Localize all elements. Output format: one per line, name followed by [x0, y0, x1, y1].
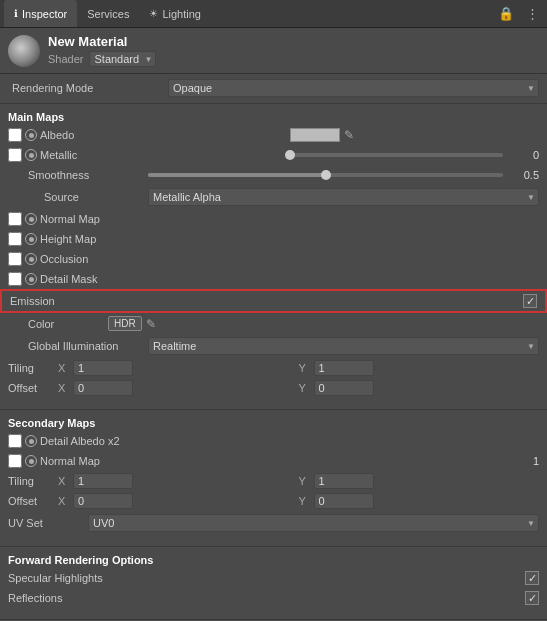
offset-y-letter: Y	[299, 382, 311, 394]
secondary-normal-map-row: Normal Map 1	[0, 451, 547, 471]
smoothness-row: Smoothness 0.5	[0, 165, 547, 185]
reflections-checkbox[interactable]: ✓	[525, 591, 539, 605]
global-illumination-label: Global Illumination	[28, 340, 148, 352]
albedo-label: Albedo	[40, 129, 290, 141]
albedo-color-box[interactable]	[290, 128, 340, 142]
secondary-offset-y-letter: Y	[299, 495, 311, 507]
secondary-normal-map-checkbox[interactable]	[8, 454, 22, 468]
source-row: Source Metallic Alpha	[0, 185, 547, 209]
detail-mask-label: Detail Mask	[40, 273, 539, 285]
shader-label: Shader	[48, 53, 83, 65]
secondary-maps-header: Secondary Maps	[0, 413, 547, 431]
tab-inspector[interactable]: ℹ Inspector	[4, 0, 77, 27]
detail-albedo-dot	[25, 435, 37, 447]
secondary-tiling-y-input[interactable]	[314, 473, 374, 489]
height-map-dot	[25, 233, 37, 245]
secondary-tiling-x-input[interactable]	[73, 473, 133, 489]
global-illumination-row: Global Illumination Realtime	[0, 334, 547, 358]
main-maps-header: Main Maps	[0, 107, 547, 125]
material-info: New Material Shader Standard	[48, 34, 539, 67]
emission-color-row: Color HDR ✎	[0, 313, 547, 334]
albedo-checkbox[interactable]	[8, 128, 22, 142]
detail-albedo-checkbox[interactable]	[8, 434, 22, 448]
occlusion-row: Occlusion	[0, 249, 547, 269]
uv-set-label: UV Set	[8, 517, 88, 529]
offset-x-input[interactable]	[73, 380, 133, 396]
specular-highlights-checkbox[interactable]: ✓	[525, 571, 539, 585]
detail-mask-checkbox[interactable]	[8, 272, 22, 286]
normal-map-checkbox[interactable]	[8, 212, 22, 226]
uv-set-row: UV Set UV0	[0, 511, 547, 535]
occlusion-label: Occlusion	[40, 253, 539, 265]
tab-services[interactable]: Services	[77, 0, 139, 27]
metallic-label: Metallic	[40, 149, 290, 161]
secondary-offset-y-input[interactable]	[314, 493, 374, 509]
secondary-offset-label: Offset	[8, 495, 58, 507]
rendering-mode-row: Rendering Mode Opaque	[0, 74, 547, 100]
shader-dropdown[interactable]: Standard	[89, 51, 156, 67]
lock-button[interactable]: 🔒	[494, 4, 518, 23]
tiling-y-input[interactable]	[314, 360, 374, 376]
secondary-tiling-row: Tiling X Y	[0, 471, 547, 491]
albedo-pencil-icon[interactable]: ✎	[344, 128, 354, 142]
specular-highlights-label: Specular Highlights	[8, 572, 525, 584]
more-options-button[interactable]: ⋮	[522, 4, 543, 23]
tiling-x-input[interactable]	[73, 360, 133, 376]
normal-map-label: Normal Map	[40, 213, 539, 225]
secondary-offset-row: Offset X Y	[0, 491, 547, 511]
uv-set-dropdown[interactable]: UV0	[88, 514, 539, 532]
emission-color-label: Color	[28, 318, 108, 330]
metallic-checkbox[interactable]	[8, 148, 22, 162]
smoothness-value: 0.5	[509, 169, 539, 181]
source-label: Source	[44, 191, 148, 203]
detail-mask-row: Detail Mask	[0, 269, 547, 289]
tiling-x-letter: X	[58, 362, 70, 374]
tab-inspector-label: Inspector	[22, 8, 67, 20]
tab-bar: ℹ Inspector Services ☀ Lighting 🔒 ⋮	[0, 0, 547, 28]
hdr-badge[interactable]: HDR	[108, 316, 142, 331]
rendering-mode-dropdown[interactable]: Opaque	[168, 79, 539, 97]
offset-label: Offset	[8, 382, 58, 394]
height-map-row: Height Map	[0, 229, 547, 249]
secondary-normal-map-label: Normal Map	[40, 455, 533, 467]
specular-highlights-row: Specular Highlights ✓	[0, 568, 547, 588]
metallic-dot	[25, 149, 37, 161]
secondary-normal-map-dot	[25, 455, 37, 467]
height-map-checkbox[interactable]	[8, 232, 22, 246]
occlusion-dot	[25, 253, 37, 265]
metallic-row: Metallic 0	[0, 145, 547, 165]
reflections-row: Reflections ✓	[0, 588, 547, 608]
secondary-tiling-y-letter: Y	[299, 475, 311, 487]
source-dropdown[interactable]: Metallic Alpha	[148, 188, 539, 206]
occlusion-checkbox[interactable]	[8, 252, 22, 266]
secondary-offset-x-letter: X	[58, 495, 70, 507]
secondary-tiling-label: Tiling	[8, 475, 58, 487]
offset-y-input[interactable]	[314, 380, 374, 396]
smoothness-slider[interactable]	[148, 173, 503, 177]
tab-lighting-label: Lighting	[162, 8, 201, 20]
tiling-y-letter: Y	[299, 362, 311, 374]
metallic-slider[interactable]	[290, 153, 504, 157]
tiling-row: Tiling X Y	[0, 358, 547, 378]
emission-color-pencil-icon[interactable]: ✎	[146, 317, 156, 331]
normal-map-row: Normal Map	[0, 209, 547, 229]
height-map-label: Height Map	[40, 233, 539, 245]
material-name: New Material	[48, 34, 539, 49]
tab-lighting[interactable]: ☀ Lighting	[139, 0, 211, 27]
tab-services-label: Services	[87, 8, 129, 20]
secondary-offset-x-input[interactable]	[73, 493, 133, 509]
content-area: Rendering Mode Opaque Main Maps Albedo ✎…	[0, 74, 547, 621]
lighting-icon: ☀	[149, 8, 158, 19]
global-illumination-dropdown[interactable]: Realtime	[148, 337, 539, 355]
material-sphere-icon	[8, 35, 40, 67]
header-section: New Material Shader Standard	[0, 28, 547, 74]
reflections-label: Reflections	[8, 592, 525, 604]
tiling-label: Tiling	[8, 362, 58, 374]
metallic-value: 0	[509, 149, 539, 161]
normal-map-dot	[25, 213, 37, 225]
smoothness-label: Smoothness	[28, 169, 148, 181]
detail-albedo-label: Detail Albedo x2	[40, 435, 539, 447]
forward-rendering-header: Forward Rendering Options	[0, 550, 547, 568]
emission-checkbox[interactable]: ✓	[523, 294, 537, 308]
detail-mask-dot	[25, 273, 37, 285]
